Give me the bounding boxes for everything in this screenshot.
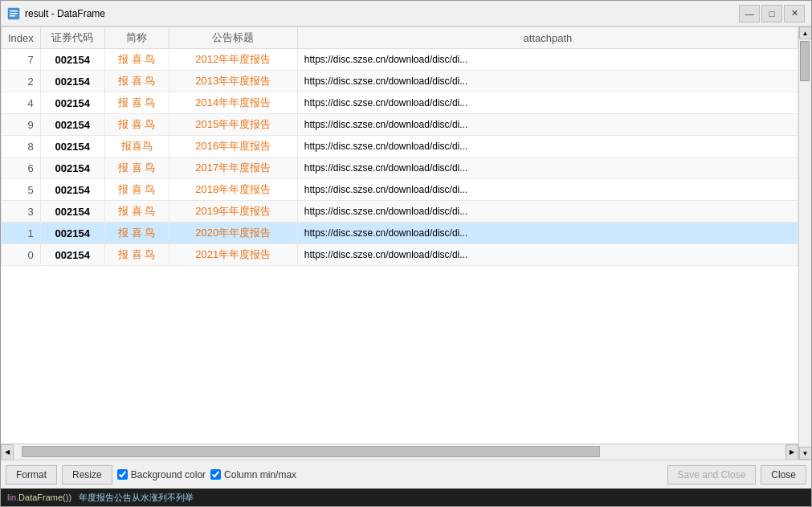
cell-code: 002154 — [40, 157, 104, 179]
table-row[interactable]: 0002154报 喜 鸟2021年年度报告https://disc.szse.c… — [2, 244, 798, 266]
close-button[interactable]: Close — [761, 465, 806, 485]
svg-rect-1 — [10, 10, 18, 12]
cell-url: https://disc.szse.cn/download/disc/di... — [297, 223, 798, 244]
cell-name: 报 喜 鸟 — [104, 244, 169, 266]
main-window: result - DataFrame — □ ✕ Index 证券代码 简称 — [0, 0, 812, 507]
bg-color-label: Background color — [131, 469, 206, 480]
cell-url: https://disc.szse.cn/download/disc/di... — [297, 201, 798, 223]
format-button[interactable]: Format — [6, 465, 57, 485]
table-scroll[interactable]: Index 证券代码 简称 公告标题 attachpath 7002154报 喜… — [1, 27, 798, 444]
scroll-h-track[interactable] — [14, 444, 785, 460]
cell-url: https://disc.szse.cn/download/disc/di... — [297, 157, 798, 179]
table-row[interactable]: 9002154报 喜 鸟2015年年度报告https://disc.szse.c… — [2, 114, 798, 136]
table-header-row: Index 证券代码 简称 公告标题 attachpath — [2, 27, 798, 49]
col-header-index: Index — [2, 27, 41, 49]
maximize-button[interactable]: □ — [761, 5, 782, 22]
cell-url: https://disc.szse.cn/download/disc/di... — [297, 244, 798, 266]
cell-title: 2020年年度报告 — [169, 223, 297, 244]
minimize-button[interactable]: — — [739, 5, 760, 22]
scroll-right-arrow[interactable]: ▶ — [785, 444, 798, 460]
cell-url: https://disc.szse.cn/download/disc/di... — [297, 179, 798, 201]
cell-url: https://disc.szse.cn/download/disc/di... — [297, 49, 798, 71]
title-bar: result - DataFrame — □ ✕ — [1, 1, 811, 27]
window-icon — [7, 7, 20, 20]
cell-title: 2017年年度报告 — [169, 157, 297, 179]
table-row[interactable]: 7002154报 喜 鸟2012年年度报告https://disc.szse.c… — [2, 49, 798, 71]
cell-name: 报 喜 鸟 — [104, 179, 169, 201]
cell-name: 报 喜 鸟 — [104, 92, 169, 114]
cell-name: 报喜鸟 — [104, 136, 169, 157]
cell-title: 2012年年度报告 — [169, 49, 297, 71]
cell-code: 002154 — [40, 136, 104, 157]
bg-color-checkbox[interactable] — [117, 469, 128, 480]
scroll-v-thumb[interactable] — [800, 41, 810, 81]
horizontal-scrollbar[interactable]: ◀ ▶ — [1, 444, 798, 460]
cell-code: 002154 — [40, 179, 104, 201]
col-minmax-checkbox-label[interactable]: Column min/max — [210, 469, 296, 480]
cell-name: 报 喜 鸟 — [104, 157, 169, 179]
content-area: Index 证券代码 简称 公告标题 attachpath 7002154报 喜… — [1, 27, 811, 489]
window-close-button[interactable]: ✕ — [784, 5, 805, 22]
vertical-scrollbar[interactable]: ▲ ▼ — [798, 27, 811, 460]
cell-code: 002154 — [40, 223, 104, 244]
cell-code: 002154 — [40, 92, 104, 114]
cell-title: 2016年年度报告 — [169, 136, 297, 157]
scroll-up-arrow[interactable]: ▲ — [799, 27, 812, 39]
scroll-down-arrow[interactable]: ▼ — [799, 447, 812, 460]
cell-index: 9 — [2, 114, 41, 136]
cell-url: https://disc.szse.cn/download/disc/di... — [297, 92, 798, 114]
col-header-code: 证券代码 — [40, 27, 104, 49]
cell-name: 报 喜 鸟 — [104, 71, 169, 92]
cell-code: 002154 — [40, 49, 104, 71]
cell-code: 002154 — [40, 201, 104, 223]
cell-title: 2013年年度报告 — [169, 71, 297, 92]
scroll-h-thumb[interactable] — [22, 446, 600, 457]
cell-index: 1 — [2, 223, 41, 244]
table-inner: Index 证券代码 简称 公告标题 attachpath 7002154报 喜… — [1, 27, 798, 460]
save-close-button[interactable]: Save and Close — [667, 465, 757, 485]
status-text: lin.DataFrame()) 年度报告公告从水涨列不列举 — [7, 492, 194, 504]
bg-color-checkbox-label[interactable]: Background color — [117, 469, 206, 480]
table-row[interactable]: 2002154报 喜 鸟2013年年度报告https://disc.szse.c… — [2, 71, 798, 92]
cell-code: 002154 — [40, 71, 104, 92]
cell-title: 2019年年度报告 — [169, 201, 297, 223]
cell-index: 6 — [2, 157, 41, 179]
cell-name: 报 喜 鸟 — [104, 49, 169, 71]
window-title: result - DataFrame — [25, 8, 739, 19]
cell-title: 2018年年度报告 — [169, 179, 297, 201]
cell-title: 2015年年度报告 — [169, 114, 297, 136]
cell-name: 报 喜 鸟 — [104, 223, 169, 244]
cell-index: 3 — [2, 201, 41, 223]
scroll-left-arrow[interactable]: ◀ — [1, 444, 14, 460]
table-row[interactable]: 6002154报 喜 鸟2017年年度报告https://disc.szse.c… — [2, 157, 798, 179]
col-header-name: 简称 — [104, 27, 169, 49]
cell-index: 7 — [2, 49, 41, 71]
col-minmax-checkbox[interactable] — [210, 469, 221, 480]
resize-button[interactable]: Resize — [62, 465, 112, 485]
col-minmax-label: Column min/max — [224, 469, 296, 480]
cell-url: https://disc.szse.cn/download/disc/di... — [297, 71, 798, 92]
cell-title: 2021年年度报告 — [169, 244, 297, 266]
data-table: Index 证券代码 简称 公告标题 attachpath 7002154报 喜… — [1, 27, 798, 266]
cell-code: 002154 — [40, 114, 104, 136]
status-bar: lin.DataFrame()) 年度报告公告从水涨列不列举 — [1, 489, 811, 506]
cell-name: 报 喜 鸟 — [104, 201, 169, 223]
table-row[interactable]: 5002154报 喜 鸟2018年年度报告https://disc.szse.c… — [2, 179, 798, 201]
cell-url: https://disc.szse.cn/download/disc/di... — [297, 114, 798, 136]
scroll-v-track[interactable] — [799, 39, 811, 447]
svg-rect-2 — [10, 13, 18, 14]
svg-rect-3 — [10, 15, 15, 17]
cell-title: 2014年年度报告 — [169, 92, 297, 114]
table-area: Index 证券代码 简称 公告标题 attachpath 7002154报 喜… — [1, 27, 811, 460]
cell-index: 5 — [2, 179, 41, 201]
table-row[interactable]: 3002154报 喜 鸟2019年年度报告https://disc.szse.c… — [2, 201, 798, 223]
cell-code: 002154 — [40, 244, 104, 266]
table-row[interactable]: 4002154报 喜 鸟2014年年度报告https://disc.szse.c… — [2, 92, 798, 114]
table-row[interactable]: 1002154报 喜 鸟2020年年度报告https://disc.szse.c… — [2, 223, 798, 244]
cell-name: 报 喜 鸟 — [104, 114, 169, 136]
table-row[interactable]: 8002154报喜鸟2016年年度报告https://disc.szse.cn/… — [2, 136, 798, 157]
col-header-url: attachpath — [297, 27, 798, 49]
col-header-title: 公告标题 — [169, 27, 297, 49]
title-buttons: — □ ✕ — [739, 5, 805, 22]
cell-index: 0 — [2, 244, 41, 266]
